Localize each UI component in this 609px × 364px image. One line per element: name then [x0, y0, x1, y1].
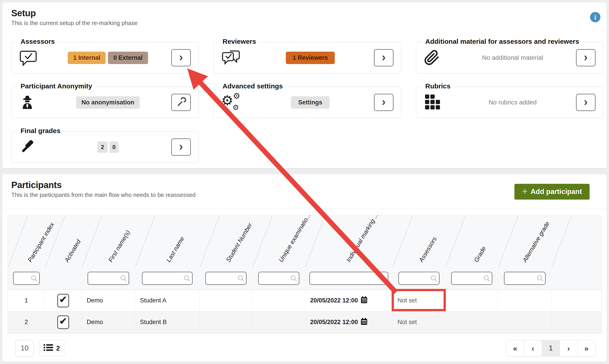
info-glyph: i [594, 13, 596, 21]
alternative-grade-cell [498, 312, 552, 333]
chevron-right-icon: › [382, 96, 386, 108]
participants-table: Participant index Activated First name(s… [8, 215, 602, 333]
chevron-right-icon: › [584, 96, 588, 108]
activated-cell: ✔ [45, 312, 82, 333]
assessors-cell: Not set [392, 312, 445, 333]
column-header-first-names: First name(s) [107, 229, 131, 263]
setup-title: Setup [2, 2, 607, 18]
first-name-cell: Demo [82, 290, 135, 311]
internal-assessors-badge: 1 Internal [68, 52, 106, 64]
add-participant-button[interactable]: + Add participant [514, 184, 590, 200]
rubrics-status: No rubrics added [449, 99, 576, 106]
pagination-first-button[interactable]: « [506, 340, 524, 356]
chevron-right-icon: › [179, 51, 183, 63]
filter-input-grade[interactable] [451, 272, 493, 285]
spy-icon [19, 93, 44, 111]
advanced-settings-card-title: Advanced settings [219, 82, 286, 90]
gavel-icon [19, 139, 44, 156]
final-grades-card: Final grades 2 0 › [11, 131, 199, 163]
assessors-cell: Not set [392, 290, 445, 311]
student-number-cell [200, 290, 252, 311]
filter-input-individual-marking[interactable] [310, 272, 388, 285]
filter-input-student-number[interactable] [205, 272, 247, 285]
grade-cell [445, 312, 498, 333]
column-header-unique-examination: Unique examinatio... [277, 212, 312, 263]
gears-icon: ⚙ ⚙ ⚙ [221, 92, 246, 113]
column-header-assessors: Assessors [418, 236, 438, 263]
student-number-cell [200, 312, 252, 333]
participant-index-cell: 1 [8, 290, 45, 311]
info-icon[interactable]: i [590, 12, 600, 22]
rubrics-grid-icon [424, 93, 449, 111]
column-header-activated: Activated [63, 238, 82, 263]
anonymisation-badge: No anonymisation [76, 96, 140, 109]
filter-input-last-name[interactable] [142, 272, 192, 285]
pagination-page-1-button[interactable]: 1 [542, 340, 560, 356]
pagination: « ‹ 1 › » [506, 340, 595, 356]
individual-marking-cell: 20/05/2022 12:00 [305, 312, 392, 333]
filter-input-unique-examination[interactable] [258, 272, 299, 285]
assessors-card-title: Assessors [17, 38, 58, 45]
rubrics-card-title: Rubrics [422, 82, 454, 90]
row-count-indicator: 2 [39, 340, 64, 356]
assessors-open-button[interactable]: › [171, 49, 191, 66]
anonymity-settings-button[interactable] [171, 94, 191, 111]
participant-anonymity-card: Participant Anonymity No anonymisation [11, 87, 199, 118]
comment-check-icon [19, 49, 44, 66]
individual-marking-cell: 20/05/2022 12:00 [305, 290, 392, 311]
unique-examination-cell [252, 312, 305, 333]
wrench-icon [176, 97, 186, 108]
participants-panel: Participants This is the participants fr… [2, 174, 607, 362]
setup-panel: Setup This is the current setup of the r… [2, 2, 607, 168]
reviewers-card-title: Reviewers [219, 38, 259, 45]
row-actions-cell [552, 290, 602, 311]
table-row: 1 ✔ Demo Student A 20/05/2022 12:00 [8, 290, 602, 311]
additional-material-open-button[interactable]: › [576, 49, 595, 66]
column-header-individual-marking: Individual marking ... [345, 212, 380, 263]
final-grades-open-button[interactable]: › [171, 139, 191, 156]
column-header-last-name: Last name [165, 235, 186, 263]
reviewers-card: Reviewers 1 Reviewers › [213, 42, 401, 74]
page-size-select[interactable]: 10 [15, 340, 34, 356]
filter-input-participant-index[interactable] [13, 272, 40, 285]
activated-checkbox[interactable]: ✔ [57, 315, 69, 329]
final-grades-card-title: Final grades [17, 127, 64, 135]
check-icon: ✔ [59, 316, 68, 326]
advanced-settings-badge: Settings [291, 96, 330, 109]
final-grades-count-left: 2 [97, 141, 108, 153]
last-name-cell: Student B [135, 312, 200, 333]
activated-cell: ✔ [45, 290, 82, 311]
table-header: Participant index Activated First name(s… [8, 216, 602, 267]
setup-cards: Assessors 1 Internal 0 External › [11, 42, 603, 163]
unique-examination-cell [252, 290, 305, 311]
chevron-right-icon: › [584, 51, 588, 63]
participant-anonymity-card-title: Participant Anonymity [17, 82, 95, 90]
rubrics-card: Rubrics No rubrics added › [416, 87, 603, 118]
rubrics-open-button[interactable]: › [576, 94, 595, 111]
filter-input-first-names[interactable] [88, 272, 129, 285]
last-name-cell: Student A [135, 290, 200, 311]
column-header-alternative-grade: Alternative grade [521, 220, 551, 263]
advanced-settings-open-button[interactable]: › [374, 94, 393, 111]
chevron-right-icon: › [179, 141, 183, 152]
pagination-previous-button[interactable]: ‹ [524, 340, 542, 356]
list-icon [43, 344, 53, 353]
reviewers-open-button[interactable]: › [374, 49, 393, 66]
grade-cell [445, 290, 498, 311]
reviewers-badge: 1 Reviewers [286, 52, 335, 64]
activated-checkbox[interactable]: ✔ [57, 294, 69, 307]
table-row: 2 ✔ Demo Student B 20/05/2022 12:00 [8, 311, 602, 333]
final-grades-count-right: 0 [109, 141, 119, 153]
advanced-settings-card: Advanced settings ⚙ ⚙ ⚙ Settings › [213, 87, 401, 118]
table-footer: 10 2 « ‹ 1 › » [8, 340, 601, 356]
pagination-last-button[interactable]: » [578, 340, 595, 356]
add-participant-label: Add participant [531, 188, 582, 196]
setup-subtitle: This is the current setup of the re-mark… [11, 20, 607, 26]
external-assessors-badge: 0 External [108, 52, 148, 64]
chevron-right-icon: › [382, 51, 386, 63]
pagination-next-button[interactable]: › [560, 340, 578, 356]
participant-index-cell: 2 [8, 312, 45, 333]
check-icon: ✔ [59, 295, 68, 304]
filter-input-alternative-grade[interactable] [504, 272, 546, 285]
filter-input-assessors[interactable] [398, 272, 440, 285]
